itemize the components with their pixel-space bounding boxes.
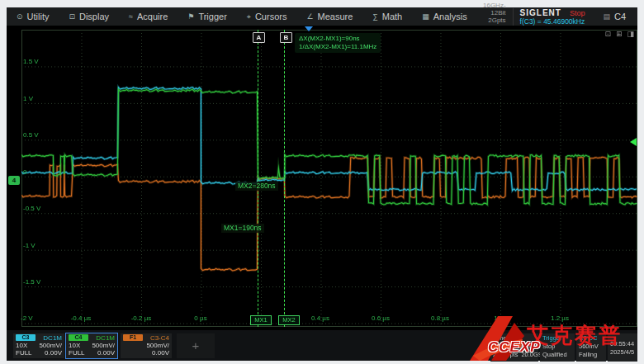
trigger-status: Stop: [542, 343, 572, 351]
c3-coupling: DC1M: [43, 334, 62, 342]
channel-box-c4[interactable]: C4 DC1M 10X 500mV/ FULL 0.00V: [66, 333, 117, 358]
trigger-source: C3 DC: [579, 334, 604, 343]
waveform-area: ⊡ ⊞ ◨ 1.5 V 1 V 0.5 V 0 -0.5 V -1 V -1.5…: [7, 26, 637, 330]
channel-ground-marker[interactable]: 4: [8, 176, 20, 185]
display-corner-icons: ⊡ ⊞ ◨: [604, 30, 634, 38]
flag-icon: ⚑: [187, 12, 194, 21]
acquisition-state[interactable]: Stop: [570, 9, 585, 17]
menu-utility-label: Utility: [27, 12, 50, 21]
menu-cursors-label: Cursors: [255, 12, 287, 21]
x-axis-label: -0.4 µs: [63, 314, 99, 322]
y-axis-label: 0: [23, 168, 26, 176]
menu-utility[interactable]: ⊙ Utility: [7, 7, 59, 26]
y-axis-label: -1 V: [23, 242, 36, 249]
fullscreen-icon[interactable]: ⊞: [616, 30, 623, 38]
menu-acquire[interactable]: ≈ Acquire: [119, 7, 178, 26]
cursor-measurement-readout: ΔX(MX2-MX1)=90ns 1/ΔX(MX2-MX1)=11.1MHz: [295, 33, 381, 53]
sound-icon[interactable]: ◨: [627, 30, 634, 38]
c3-bandwidth: FULL: [16, 349, 32, 357]
active-channel-label: C4: [614, 12, 626, 21]
trigger-title: Trigger: [542, 334, 572, 343]
cursor-freq-readout: 1/ΔX(MX2-MX1)=11.1MHz: [299, 43, 376, 51]
menu-analysis[interactable]: ▦ Analysis: [412, 7, 476, 26]
f1-source: C3-C4: [150, 334, 169, 342]
channel-box-f1[interactable]: F1 C3-C4 500mV/ 0.00V: [121, 333, 172, 358]
c4-offset: 0.00V: [97, 349, 115, 357]
clock-date: 2025/4/5: [610, 348, 635, 357]
crosshair-icon: ⌖: [247, 12, 251, 21]
sigma-icon: ∑: [372, 12, 377, 21]
menu-bar: ⊙ Utility ⊡ Display ≈ Acquire ⚑ Trigger …: [7, 7, 637, 26]
oscilloscope-window: ⊙ Utility ⊡ Display ≈ Acquire ⚑ Trigger …: [7, 7, 637, 361]
channel-icon: ▤: [603, 12, 610, 21]
channel-box-c3[interactable]: C3 DC1M 10X 500mV/ FULL 0.00V: [13, 333, 64, 358]
gear-icon: ⊙: [17, 12, 23, 21]
trigger-level: 560mV: [579, 343, 604, 351]
cursor-b-flag[interactable]: B: [280, 32, 292, 43]
menu-math-label: Math: [382, 12, 402, 21]
c4-scale: 500mV/: [92, 342, 115, 349]
f1-badge: F1: [123, 334, 143, 341]
x-axis-label: 0.4 µs: [302, 314, 339, 322]
camera-icon[interactable]: ⊡: [604, 30, 611, 38]
mx2-tag[interactable]: MX2: [278, 315, 300, 325]
c4-bandwidth: FULL: [69, 349, 85, 357]
ruler-icon: ∠: [306, 12, 313, 21]
waveform-display[interactable]: [21, 30, 637, 327]
status-cluster: 16GHz-12Bit 2Gpts Memory SIGLENT Stop f(…: [477, 7, 637, 26]
timebase-points: 2.00Gpts: [493, 351, 518, 359]
add-channel-button[interactable]: +: [177, 333, 215, 358]
menu-measure[interactable]: ∠ Measure: [296, 7, 362, 26]
timebase-scale: 100ns/div: [515, 343, 542, 351]
f1-offset: 0.00V: [152, 349, 169, 357]
trigger-position-marker[interactable]: [305, 26, 313, 31]
y-axis-label: 0.5 V: [23, 131, 39, 139]
brand-block: SIGLENT Stop f(C3) = 45.46900kHz: [513, 8, 592, 26]
mx1-value-label: MX1=190ns: [221, 224, 264, 233]
x-axis-label: 0.6 µs: [362, 314, 399, 322]
c4-badge: C4: [69, 334, 88, 341]
trigger-box[interactable]: Trigger Stop Qualified: [540, 333, 575, 362]
menu-measure-label: Measure: [318, 12, 353, 21]
datetime-box: 09:55:44 2025/4/5: [608, 333, 637, 362]
y-axis-label: 1.5 V: [23, 58, 39, 65]
menu-display[interactable]: ⊡ Display: [59, 7, 119, 26]
active-channel-indicator[interactable]: ▤ C4: [591, 12, 637, 21]
wave-icon: ≈: [129, 12, 133, 21]
frequency-counter: f(C3) = 45.46900kHz: [520, 17, 585, 26]
timebase-title: Timebase: [493, 334, 536, 343]
timebase-box[interactable]: Timebase 0.00ns 100ns/div 2.00Gpts 20.0G…: [490, 333, 538, 362]
mx1-tag[interactable]: MX1: [250, 315, 272, 325]
display-icon: ⊡: [69, 12, 75, 21]
menu-trigger-label: Trigger: [198, 12, 226, 21]
y-axis-label: -0.5 V: [23, 205, 40, 212]
c3-offset: 0.00V: [45, 349, 62, 357]
x-axis-label: 0.8 µs: [422, 314, 458, 322]
menu-acquire-label: Acquire: [137, 12, 168, 21]
cursor-delta-readout: ΔX(MX2-MX1)=90ns: [299, 35, 376, 43]
y-axis-label: -1.5 V: [23, 278, 40, 286]
trigger-level-marker[interactable]: [630, 138, 637, 146]
c4-coupling: DC1M: [96, 334, 115, 342]
menu-math[interactable]: ∑ Math: [362, 7, 412, 26]
bottom-status-bar: C3 DC1M 10X 500mV/ FULL 0.00V C4 DC1M 10…: [7, 330, 637, 361]
x-axis-label: -0.2 µs: [123, 314, 159, 322]
trigger-source-box[interactable]: C3 DC 560mV Falling: [576, 333, 606, 362]
c3-badge: C3: [16, 334, 36, 341]
trigger-type: Qualified: [542, 351, 572, 359]
menu-trigger[interactable]: ⚑ Trigger: [178, 7, 237, 26]
x-axis-label: 0 µs: [182, 314, 219, 322]
timebase-delay: 0.00ns: [493, 343, 512, 351]
menu-cursors[interactable]: ⌖ Cursors: [237, 7, 297, 26]
chart-icon: ▦: [422, 12, 429, 21]
x-axis-label: 1 µs: [482, 314, 519, 322]
trigger-slope: Falling: [579, 351, 604, 359]
cursor-mx1-line[interactable]: [258, 30, 258, 327]
c3-attenuation: 10X: [16, 342, 27, 349]
y-axis-label: 1 V: [23, 95, 33, 102]
cursor-mx2-line[interactable]: [284, 30, 285, 327]
f1-scale: 500mV/: [146, 342, 169, 349]
menu-analysis-label: Analysis: [433, 12, 467, 21]
c4-attenuation: 10X: [69, 342, 80, 349]
cursor-a-flag[interactable]: A: [253, 32, 265, 43]
